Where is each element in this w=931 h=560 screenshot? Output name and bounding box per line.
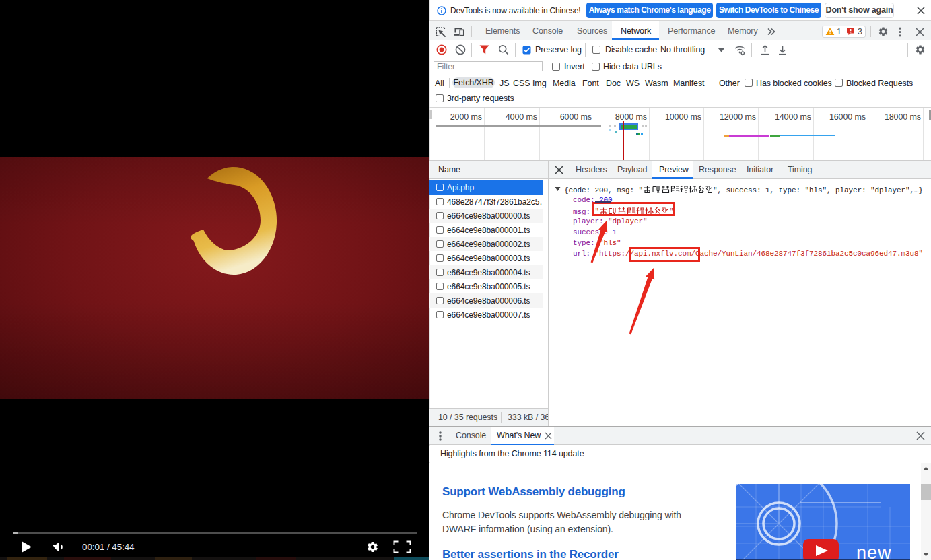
svg-text:new: new <box>856 542 892 560</box>
